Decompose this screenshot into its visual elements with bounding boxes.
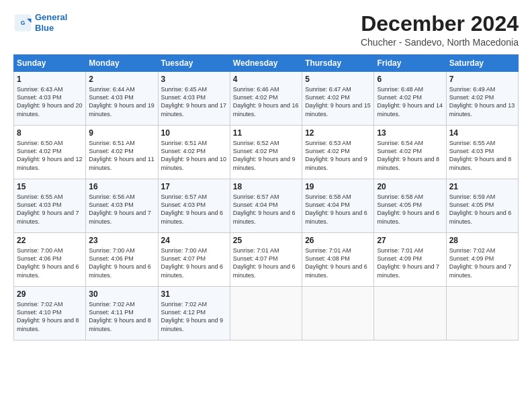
col-header-saturday: Saturday (446, 55, 518, 72)
day-number: 1 (17, 75, 83, 84)
calendar-cell: 2 Sunrise: 6:44 AMSunset: 4:03 PMDayligh… (86, 72, 158, 126)
cell-info: Sunrise: 6:45 AMSunset: 4:03 PMDaylight:… (161, 85, 227, 118)
cell-info: Sunrise: 6:52 AMSunset: 4:02 PMDaylight:… (233, 139, 299, 172)
day-number: 5 (305, 75, 371, 84)
day-number: 29 (17, 289, 83, 299)
day-number: 24 (161, 236, 227, 245)
logo: G General Blue (13, 12, 67, 33)
cell-info: Sunrise: 6:55 AMSunset: 4:03 PMDaylight:… (449, 139, 515, 172)
cell-info: Sunrise: 7:02 AMSunset: 4:10 PMDaylight:… (17, 300, 83, 333)
location-subtitle: Chucher - Sandevo, North Macedonia (361, 37, 519, 48)
calendar-cell: 10 Sunrise: 6:51 AMSunset: 4:02 PMDaylig… (158, 126, 230, 179)
page-header: G General Blue December 2024 Chucher - S… (13, 12, 519, 48)
calendar-cell: 13 Sunrise: 6:54 AMSunset: 4:02 PMDaylig… (374, 126, 446, 179)
cell-info: Sunrise: 6:50 AMSunset: 4:02 PMDaylight:… (17, 139, 83, 172)
day-number: 18 (233, 182, 299, 191)
calendar-cell: 18 Sunrise: 6:57 AMSunset: 4:04 PMDaylig… (230, 179, 302, 233)
cell-info: Sunrise: 6:43 AMSunset: 4:03 PMDaylight:… (17, 85, 83, 118)
cell-info: Sunrise: 7:02 AMSunset: 4:11 PMDaylight:… (89, 300, 154, 333)
day-number: 19 (305, 182, 371, 191)
day-number: 27 (377, 236, 443, 245)
calendar-week-5: 29 Sunrise: 7:02 AMSunset: 4:10 PMDaylig… (14, 287, 519, 340)
cell-info: Sunrise: 7:00 AMSunset: 4:06 PMDaylight:… (17, 246, 83, 279)
cell-info: Sunrise: 7:00 AMSunset: 4:07 PMDaylight:… (161, 246, 227, 279)
calendar-cell: 29 Sunrise: 7:02 AMSunset: 4:10 PMDaylig… (14, 287, 86, 340)
cell-info: Sunrise: 6:48 AMSunset: 4:02 PMDaylight:… (377, 85, 443, 118)
day-number: 16 (89, 182, 154, 191)
cell-info: Sunrise: 6:49 AMSunset: 4:02 PMDaylight:… (449, 85, 515, 118)
logo-line2: Blue (35, 23, 54, 33)
cell-info: Sunrise: 6:57 AMSunset: 4:03 PMDaylight:… (161, 193, 227, 226)
day-number: 13 (377, 128, 443, 138)
day-number: 8 (17, 128, 83, 138)
calendar-cell: 30 Sunrise: 7:02 AMSunset: 4:11 PMDaylig… (86, 287, 158, 340)
day-number: 2 (89, 75, 154, 84)
day-number: 9 (89, 128, 154, 138)
calendar-cell: 17 Sunrise: 6:57 AMSunset: 4:03 PMDaylig… (158, 179, 230, 233)
day-number: 28 (449, 236, 515, 245)
day-number: 22 (17, 236, 83, 245)
col-header-friday: Friday (374, 55, 446, 72)
cell-info: Sunrise: 7:02 AMSunset: 4:12 PMDaylight:… (161, 300, 227, 333)
day-number: 12 (305, 128, 371, 138)
calendar-week-4: 22 Sunrise: 7:00 AMSunset: 4:06 PMDaylig… (14, 233, 519, 287)
logo-icon: G (13, 13, 32, 32)
calendar-cell (230, 287, 302, 340)
day-number: 21 (449, 182, 515, 191)
cell-info: Sunrise: 6:55 AMSunset: 4:03 PMDaylight:… (17, 193, 83, 226)
calendar-cell: 28 Sunrise: 7:02 AMSunset: 4:09 PMDaylig… (446, 233, 518, 287)
calendar-week-1: 1 Sunrise: 6:43 AMSunset: 4:03 PMDayligh… (14, 72, 519, 126)
calendar-cell (302, 287, 374, 340)
day-number: 26 (305, 236, 371, 245)
day-number: 31 (161, 289, 227, 299)
calendar-cell: 26 Sunrise: 7:01 AMSunset: 4:08 PMDaylig… (302, 233, 374, 287)
cell-info: Sunrise: 6:44 AMSunset: 4:03 PMDaylight:… (89, 85, 154, 118)
calendar-table: SundayMondayTuesdayWednesdayThursdayFrid… (13, 54, 519, 340)
day-number: 20 (377, 182, 443, 191)
day-number: 15 (17, 182, 83, 191)
calendar-cell (446, 287, 518, 340)
calendar-cell: 12 Sunrise: 6:53 AMSunset: 4:02 PMDaylig… (302, 126, 374, 179)
day-number: 11 (233, 128, 299, 138)
calendar-cell: 16 Sunrise: 6:56 AMSunset: 4:03 PMDaylig… (86, 179, 158, 233)
cell-info: Sunrise: 6:58 AMSunset: 4:05 PMDaylight:… (377, 193, 443, 226)
cell-info: Sunrise: 7:01 AMSunset: 4:07 PMDaylight:… (233, 246, 299, 279)
calendar-cell: 8 Sunrise: 6:50 AMSunset: 4:02 PMDayligh… (14, 126, 86, 179)
cell-info: Sunrise: 6:56 AMSunset: 4:03 PMDaylight:… (89, 193, 154, 226)
col-header-sunday: Sunday (14, 55, 86, 72)
calendar-week-3: 15 Sunrise: 6:55 AMSunset: 4:03 PMDaylig… (14, 179, 519, 233)
cell-info: Sunrise: 6:47 AMSunset: 4:02 PMDaylight:… (305, 85, 371, 118)
calendar-cell: 14 Sunrise: 6:55 AMSunset: 4:03 PMDaylig… (446, 126, 518, 179)
month-title: December 2024 (361, 12, 519, 36)
calendar-cell: 5 Sunrise: 6:47 AMSunset: 4:02 PMDayligh… (302, 72, 374, 126)
calendar-cell: 1 Sunrise: 6:43 AMSunset: 4:03 PMDayligh… (14, 72, 86, 126)
calendar-cell: 7 Sunrise: 6:49 AMSunset: 4:02 PMDayligh… (446, 72, 518, 126)
calendar-cell: 22 Sunrise: 7:00 AMSunset: 4:06 PMDaylig… (14, 233, 86, 287)
cell-info: Sunrise: 6:57 AMSunset: 4:04 PMDaylight:… (233, 193, 299, 226)
calendar-cell: 4 Sunrise: 6:46 AMSunset: 4:02 PMDayligh… (230, 72, 302, 126)
col-header-tuesday: Tuesday (158, 55, 230, 72)
calendar-week-2: 8 Sunrise: 6:50 AMSunset: 4:02 PMDayligh… (14, 126, 519, 179)
cell-info: Sunrise: 6:58 AMSunset: 4:04 PMDaylight:… (305, 193, 371, 226)
calendar-cell: 21 Sunrise: 6:59 AMSunset: 4:05 PMDaylig… (446, 179, 518, 233)
calendar-cell: 23 Sunrise: 7:00 AMSunset: 4:06 PMDaylig… (86, 233, 158, 287)
day-number: 17 (161, 182, 227, 191)
col-header-monday: Monday (86, 55, 158, 72)
calendar-cell: 25 Sunrise: 7:01 AMSunset: 4:07 PMDaylig… (230, 233, 302, 287)
day-number: 7 (449, 75, 515, 84)
col-header-thursday: Thursday (302, 55, 374, 72)
day-number: 4 (233, 75, 299, 84)
calendar-cell: 20 Sunrise: 6:58 AMSunset: 4:05 PMDaylig… (374, 179, 446, 233)
calendar-cell: 24 Sunrise: 7:00 AMSunset: 4:07 PMDaylig… (158, 233, 230, 287)
calendar-cell: 3 Sunrise: 6:45 AMSunset: 4:03 PMDayligh… (158, 72, 230, 126)
calendar-cell: 15 Sunrise: 6:55 AMSunset: 4:03 PMDaylig… (14, 179, 86, 233)
calendar-header-row: SundayMondayTuesdayWednesdayThursdayFrid… (14, 55, 519, 72)
cell-info: Sunrise: 7:00 AMSunset: 4:06 PMDaylight:… (89, 246, 154, 279)
calendar-cell (374, 287, 446, 340)
day-number: 10 (161, 128, 227, 138)
cell-info: Sunrise: 6:51 AMSunset: 4:02 PMDaylight:… (89, 139, 154, 172)
col-header-wednesday: Wednesday (230, 55, 302, 72)
calendar-cell: 9 Sunrise: 6:51 AMSunset: 4:02 PMDayligh… (86, 126, 158, 179)
day-number: 6 (377, 75, 443, 84)
cell-info: Sunrise: 6:53 AMSunset: 4:02 PMDaylight:… (305, 139, 371, 172)
